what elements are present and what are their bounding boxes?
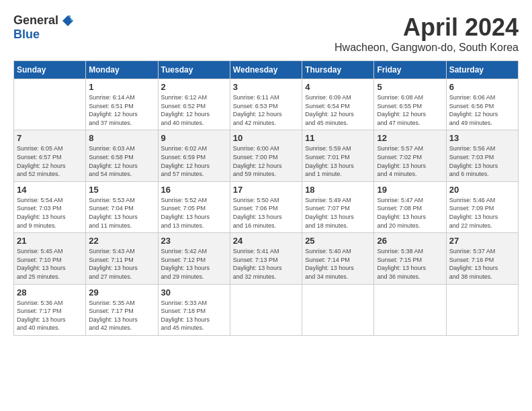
day-number: 5	[377, 82, 443, 92]
calendar-cell: 24Sunrise: 5:41 AM Sunset: 7:13 PM Dayli…	[230, 233, 302, 284]
day-number: 6	[449, 82, 515, 92]
day-number: 14	[17, 185, 83, 195]
calendar-cell: 26Sunrise: 5:38 AM Sunset: 7:15 PM Dayli…	[374, 233, 446, 284]
calendar-cell: 1Sunrise: 6:14 AM Sunset: 6:51 PM Daylig…	[86, 79, 158, 130]
weekday-header: Friday	[374, 61, 446, 79]
day-number: 3	[233, 82, 299, 92]
calendar-cell: 14Sunrise: 5:54 AM Sunset: 7:03 PM Dayli…	[14, 181, 86, 232]
day-number: 15	[89, 185, 154, 195]
day-info: Sunrise: 5:59 AM Sunset: 7:01 PM Dayligh…	[305, 144, 371, 178]
calendar-cell	[230, 284, 302, 335]
calendar-cell: 25Sunrise: 5:40 AM Sunset: 7:14 PM Dayli…	[302, 233, 374, 284]
weekday-header: Tuesday	[158, 61, 230, 79]
day-info: Sunrise: 5:50 AM Sunset: 7:06 PM Dayligh…	[233, 196, 299, 230]
title-section: April 2024 Hwacheon, Gangwon-do, South K…	[335, 13, 519, 54]
day-info: Sunrise: 6:05 AM Sunset: 6:57 PM Dayligh…	[17, 144, 83, 178]
day-number: 27	[449, 236, 515, 246]
day-info: Sunrise: 5:57 AM Sunset: 7:02 PM Dayligh…	[377, 144, 443, 178]
calendar-cell: 29Sunrise: 5:35 AM Sunset: 7:17 PM Dayli…	[86, 284, 158, 335]
month-title: April 2024	[335, 13, 519, 42]
day-number: 9	[161, 133, 227, 143]
calendar-cell: 20Sunrise: 5:46 AM Sunset: 7:09 PM Dayli…	[446, 181, 518, 232]
weekday-header: Thursday	[302, 61, 374, 79]
calendar-cell: 17Sunrise: 5:50 AM Sunset: 7:06 PM Dayli…	[230, 181, 302, 232]
day-number: 7	[17, 133, 83, 143]
calendar-cell	[14, 79, 86, 130]
day-info: Sunrise: 5:42 AM Sunset: 7:12 PM Dayligh…	[161, 247, 227, 281]
calendar-cell: 23Sunrise: 5:42 AM Sunset: 7:12 PM Dayli…	[158, 233, 230, 284]
day-info: Sunrise: 6:12 AM Sunset: 6:52 PM Dayligh…	[161, 93, 227, 127]
day-number: 21	[17, 236, 83, 246]
day-info: Sunrise: 5:41 AM Sunset: 7:13 PM Dayligh…	[233, 247, 299, 281]
day-number: 16	[161, 185, 227, 195]
logo-blue-text: Blue	[13, 28, 40, 41]
day-number: 29	[89, 287, 154, 298]
calendar-cell: 16Sunrise: 5:52 AM Sunset: 7:05 PM Dayli…	[158, 181, 230, 232]
day-info: Sunrise: 5:53 AM Sunset: 7:04 PM Dayligh…	[89, 196, 154, 230]
calendar-cell: 15Sunrise: 5:53 AM Sunset: 7:04 PM Dayli…	[86, 181, 158, 232]
calendar-cell: 21Sunrise: 5:45 AM Sunset: 7:10 PM Dayli…	[14, 233, 86, 284]
day-number: 23	[161, 236, 227, 246]
weekday-header: Sunday	[14, 61, 86, 79]
calendar-cell: 27Sunrise: 5:37 AM Sunset: 7:16 PM Dayli…	[446, 233, 518, 284]
calendar-cell: 12Sunrise: 5:57 AM Sunset: 7:02 PM Dayli…	[374, 130, 446, 181]
day-number: 26	[377, 236, 443, 246]
day-number: 11	[305, 133, 371, 143]
day-number: 10	[233, 133, 299, 143]
day-number: 4	[305, 82, 371, 92]
calendar-week: 14Sunrise: 5:54 AM Sunset: 7:03 PM Dayli…	[14, 181, 519, 232]
logo-general-text: General	[13, 13, 58, 28]
calendar-header: SundayMondayTuesdayWednesdayThursdayFrid…	[14, 61, 519, 79]
weekday-header: Monday	[86, 61, 158, 79]
day-number: 28	[17, 287, 83, 298]
calendar-cell: 19Sunrise: 5:47 AM Sunset: 7:08 PM Dayli…	[374, 181, 446, 232]
calendar-week: 7Sunrise: 6:05 AM Sunset: 6:57 PM Daylig…	[14, 130, 519, 181]
day-number: 22	[89, 236, 154, 246]
day-number: 30	[161, 287, 227, 298]
day-info: Sunrise: 5:54 AM Sunset: 7:03 PM Dayligh…	[17, 196, 83, 230]
day-number: 24	[233, 236, 299, 246]
calendar-cell	[374, 284, 446, 335]
calendar-week: 28Sunrise: 5:36 AM Sunset: 7:17 PM Dayli…	[14, 284, 519, 335]
calendar-cell: 11Sunrise: 5:59 AM Sunset: 7:01 PM Dayli…	[302, 130, 374, 181]
day-info: Sunrise: 5:46 AM Sunset: 7:09 PM Dayligh…	[449, 196, 515, 230]
calendar-cell: 8Sunrise: 6:03 AM Sunset: 6:58 PM Daylig…	[86, 130, 158, 181]
day-info: Sunrise: 6:14 AM Sunset: 6:51 PM Dayligh…	[89, 93, 154, 127]
calendar-body: 1Sunrise: 6:14 AM Sunset: 6:51 PM Daylig…	[14, 79, 519, 336]
calendar-cell: 9Sunrise: 6:02 AM Sunset: 6:59 PM Daylig…	[158, 130, 230, 181]
day-info: Sunrise: 5:33 AM Sunset: 7:18 PM Dayligh…	[161, 299, 227, 332]
day-number: 12	[377, 133, 443, 143]
calendar-cell	[446, 284, 518, 335]
calendar-cell: 2Sunrise: 6:12 AM Sunset: 6:52 PM Daylig…	[158, 79, 230, 130]
day-info: Sunrise: 5:40 AM Sunset: 7:14 PM Dayligh…	[305, 247, 371, 281]
calendar-cell: 7Sunrise: 6:05 AM Sunset: 6:57 PM Daylig…	[14, 130, 86, 181]
weekday-header: Saturday	[446, 61, 518, 79]
calendar-cell: 4Sunrise: 6:09 AM Sunset: 6:54 PM Daylig…	[302, 79, 374, 130]
calendar-cell: 6Sunrise: 6:06 AM Sunset: 6:56 PM Daylig…	[446, 79, 518, 130]
day-info: Sunrise: 5:37 AM Sunset: 7:16 PM Dayligh…	[449, 247, 515, 281]
day-number: 20	[449, 185, 515, 195]
calendar-cell: 28Sunrise: 5:36 AM Sunset: 7:17 PM Dayli…	[14, 284, 86, 335]
day-number: 25	[305, 236, 371, 246]
day-info: Sunrise: 6:11 AM Sunset: 6:53 PM Dayligh…	[233, 93, 299, 127]
calendar-cell: 30Sunrise: 5:33 AM Sunset: 7:18 PM Dayli…	[158, 284, 230, 335]
day-info: Sunrise: 5:45 AM Sunset: 7:10 PM Dayligh…	[17, 247, 83, 281]
calendar-week: 1Sunrise: 6:14 AM Sunset: 6:51 PM Daylig…	[14, 79, 519, 130]
page-header: General Blue April 2024 Hwacheon, Gangwo…	[13, 13, 519, 54]
calendar-table: SundayMondayTuesdayWednesdayThursdayFrid…	[13, 60, 519, 336]
calendar-cell: 5Sunrise: 6:08 AM Sunset: 6:55 PM Daylig…	[374, 79, 446, 130]
day-info: Sunrise: 6:06 AM Sunset: 6:56 PM Dayligh…	[449, 93, 515, 127]
day-number: 2	[161, 82, 227, 92]
day-number: 17	[233, 185, 299, 195]
calendar-cell	[302, 284, 374, 335]
day-number: 13	[449, 133, 515, 143]
day-number: 1	[89, 82, 154, 92]
calendar-cell: 3Sunrise: 6:11 AM Sunset: 6:53 PM Daylig…	[230, 79, 302, 130]
logo: General Blue	[13, 13, 75, 42]
weekday-header: Wednesday	[230, 61, 302, 79]
day-info: Sunrise: 5:56 AM Sunset: 7:03 PM Dayligh…	[449, 144, 515, 178]
calendar-cell: 22Sunrise: 5:43 AM Sunset: 7:11 PM Dayli…	[86, 233, 158, 284]
logo-icon	[61, 14, 75, 28]
calendar-cell: 18Sunrise: 5:49 AM Sunset: 7:07 PM Dayli…	[302, 181, 374, 232]
day-info: Sunrise: 6:02 AM Sunset: 6:59 PM Dayligh…	[161, 144, 227, 178]
